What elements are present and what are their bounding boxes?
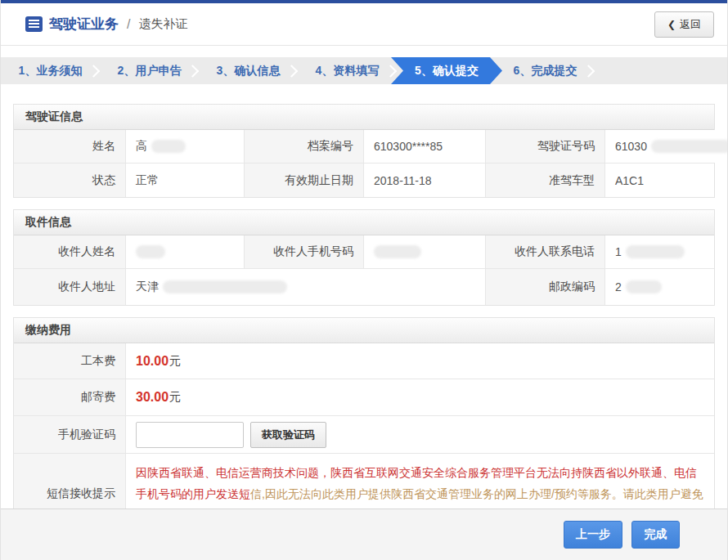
finish-button[interactable]: 完成 [631,521,680,549]
page: 驾驶证业务 / 遗失补证 ❮ 返回 1、业务须知 2、用户申告 3、确认信息 4… [0,0,728,560]
value-file-number: 610300****85 [364,130,486,163]
mailing-fee-amount: 30.00 [136,390,169,405]
label-status: 状态 [14,164,126,197]
label-recipient-address: 收件人地址 [14,269,126,305]
label-file-number: 档案编号 [245,130,364,163]
section-title: 缴纳费用 [14,318,714,343]
redacted-blur [136,245,165,258]
step-3-confirm-info[interactable]: 3、确认信息 [199,57,298,84]
redacted-blur [374,245,421,258]
table-row: 手机验证码 获取验证码 [14,416,714,454]
label-sms-code: 手机验证码 [14,416,126,453]
page-title: 驾驶证业务 [49,15,119,34]
redacted-blur [163,280,287,293]
table-row: 状态 正常 有效期止日期 2018-11-18 准驾车型 A1C1 [14,164,714,197]
step-6-complete-submit[interactable]: 6、完成提交 [496,57,595,84]
value-name: 高 [126,130,245,163]
value-recipient-address: 天津 [126,269,486,305]
value-production-fee: 10.00 元 [126,343,714,379]
label-name: 姓名 [14,130,126,163]
label-license-number: 驾驶证号码 [486,130,605,163]
table-row: 姓名 高 档案编号 610300****85 驾驶证号码 61030 [14,130,714,164]
label-expiry-date: 有效期止日期 [245,164,364,197]
value-recipient-phone: 1 [605,235,714,268]
mailing-fee-unit: 元 [169,390,181,405]
back-button-label: 返回 [680,17,701,32]
get-sms-code-button[interactable]: 获取验证码 [250,422,326,448]
label-recipient-phone: 收件人联系电话 [486,235,605,268]
chevron-right-icon [582,65,595,78]
label-production-fee: 工本费 [14,343,126,379]
label-mailing-fee: 邮寄费 [14,379,126,415]
chevron-right-icon [88,65,101,78]
value-recipient-name [126,235,245,268]
chevron-right-icon [285,65,299,78]
sms-code-cell: 获取验证码 [126,416,714,453]
label-vehicle-class: 准驾车型 [486,164,605,197]
page-subtitle: 遗失补证 [138,16,187,32]
value-expiry-date: 2018-11-18 [364,164,486,197]
table-row: 工本费 10.00 元 [14,343,714,379]
redacted-blur [626,245,685,258]
step-progress-bar: 1、业务须知 2、用户申告 3、确认信息 4、资料填写 5、确认提交 6、完成提… [1,57,727,84]
chevron-right-icon [186,65,200,78]
previous-step-button[interactable]: 上一步 [564,521,622,549]
redacted-blur [626,280,662,293]
table-row: 邮寄费 30.00 元 [14,379,714,416]
table-row: 收件人地址 天津 邮政编码 2 [14,269,714,305]
step-5-confirm-submit-active[interactable]: 5、确认提交 [391,57,502,84]
value-recipient-mobile [364,235,486,268]
value-postal-code: 2 [605,269,714,305]
chevron-left-icon: ❮ [667,19,676,30]
production-fee-amount: 10.00 [136,354,169,369]
redacted-blur [151,140,186,153]
redacted-blur [651,140,728,153]
sms-code-input[interactable] [136,422,244,448]
step-1-business-notice[interactable]: 1、业务须知 [1,57,100,84]
page-header: 驾驶证业务 / 遗失补证 ❮ 返回 [1,3,727,46]
label-postal-code: 邮政编码 [486,269,605,305]
section-title: 取件信息 [14,210,714,235]
label-recipient-mobile: 收件人手机号码 [245,235,364,268]
list-icon [25,16,43,32]
step-2-user-declaration[interactable]: 2、用户申告 [100,57,199,84]
value-license-number: 61030 [605,130,728,163]
chevron-right-icon [384,65,398,78]
breadcrumb: 驾驶证业务 / 遗失补证 [25,15,187,34]
production-fee-unit: 元 [169,354,181,369]
section-pickup-info: 取件信息 收件人姓名 收件人手机号码 收件人联系电话 1 收件人地址 天津 邮政… [13,209,715,306]
section-title: 驾驶证信息 [14,105,714,130]
footer-action-bar: 上一步 完成 [1,508,727,560]
value-mailing-fee: 30.00 元 [126,379,714,415]
value-status: 正常 [126,164,245,197]
step-4-fill-data[interactable]: 4、资料填写 [298,57,397,84]
table-row: 收件人姓名 收件人手机号码 收件人联系电话 1 [14,235,714,269]
steps-filler [595,57,727,84]
back-button[interactable]: ❮ 返回 [654,11,714,38]
value-vehicle-class: A1C1 [605,164,714,197]
breadcrumb-separator: / [127,17,130,32]
section-fees: 缴纳费用 工本费 10.00 元 邮寄费 30.00 元 手机验证码 获取验证码… [13,317,715,535]
section-license-info: 驾驶证信息 姓名 高 档案编号 610300****85 驾驶证号码 61030… [13,104,715,198]
label-recipient-name: 收件人姓名 [14,235,126,268]
